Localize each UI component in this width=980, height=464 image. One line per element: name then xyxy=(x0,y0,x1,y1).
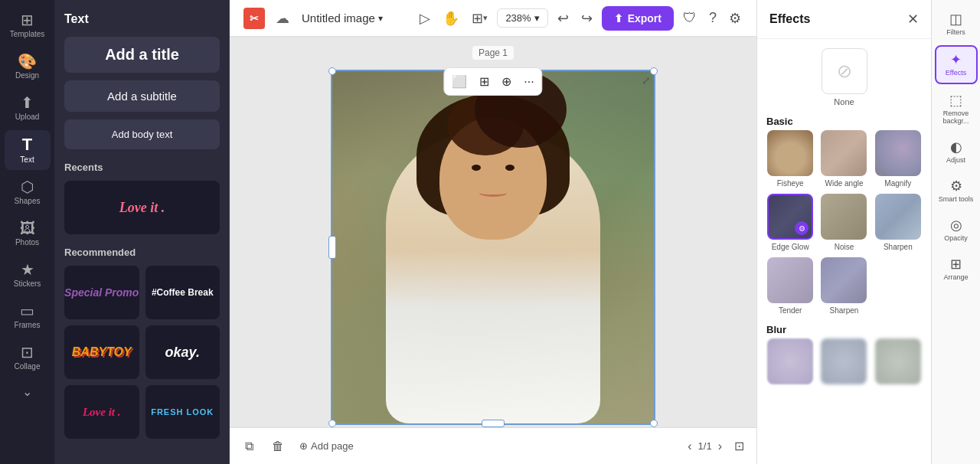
sidebar-item-shapes[interactable]: ⬡ Shapes xyxy=(5,173,51,211)
effect-blur-3[interactable] xyxy=(874,338,922,384)
right-rail: ◫ Filters ✦ Effects ⬚ Remove backgr... ◐… xyxy=(931,0,980,464)
rail-remove-bg[interactable]: ⬚ Remove backgr... xyxy=(935,87,978,131)
canvas-grid-button[interactable]: ⊞ xyxy=(475,71,494,92)
add-subtitle-button[interactable]: Add a subtitle xyxy=(64,80,220,112)
hand-tool-button[interactable]: ✋ xyxy=(439,7,462,30)
canvas-copy-button[interactable]: ⊕ xyxy=(497,71,516,92)
undo-button[interactable]: ↩ xyxy=(554,7,572,30)
redo-button[interactable]: ↪ xyxy=(578,7,596,30)
effect-sharpen2[interactable]: Sharpen xyxy=(820,257,867,315)
add-page-button[interactable]: ⊕ Add page xyxy=(299,440,354,452)
sidebar-item-label: Templates xyxy=(10,30,45,38)
effects-body: ⊘ None Basic Fisheye Wide angle Magnify xyxy=(757,39,931,394)
effects-header: Effects ✕ xyxy=(757,0,931,39)
sidebar-item-more[interactable]: ⌄ xyxy=(5,380,51,404)
rec-special-promo-text: Special Promo xyxy=(64,286,139,299)
sidebar-item-text[interactable]: T Text xyxy=(5,130,51,170)
canvas-image-wrapper[interactable]: ⤢ xyxy=(331,70,655,425)
handle-top-right[interactable] xyxy=(650,67,658,75)
effect-noise[interactable]: Noise xyxy=(820,194,867,251)
rail-effects[interactable]: ✦ Effects xyxy=(935,45,978,84)
sidebar-item-label: Photos xyxy=(15,238,39,247)
effect-sharpen[interactable]: Sharpen xyxy=(874,194,922,251)
rec-coffee-break[interactable]: #Coffee Break xyxy=(145,266,220,319)
recommended-grid: Special Promo #Coffee Break BABYTOY okay… xyxy=(64,266,220,439)
blur-label: Blur xyxy=(766,324,922,335)
effects-close-button[interactable]: ✕ xyxy=(907,12,919,26)
view-options-button[interactable]: ⊞ ▾ xyxy=(469,7,491,30)
recents-label: Recents xyxy=(64,162,220,173)
add-title-button[interactable]: Add a title xyxy=(64,37,220,73)
cursor-tool-button[interactable]: ▷ xyxy=(416,7,433,30)
sidebar-item-frames[interactable]: ▭ Frames xyxy=(5,297,51,335)
zoom-control[interactable]: 238% ▾ xyxy=(497,8,547,28)
rec-fresh-look[interactable]: FRESH LOOK xyxy=(145,385,220,439)
add-body-button[interactable]: Add body text xyxy=(64,119,220,149)
logo-button[interactable]: ✂ xyxy=(242,6,266,31)
next-page-button[interactable]: › xyxy=(718,439,722,453)
effect-blur3-thumb xyxy=(875,338,921,384)
canvas-resize-button[interactable]: ⬜ xyxy=(447,71,472,92)
sidebar-item-templates[interactable]: ⊞ Templates xyxy=(5,6,51,44)
export-button[interactable]: ⬆ Export xyxy=(602,6,674,31)
handle-bottom-left[interactable] xyxy=(328,420,336,427)
effect-blur-1[interactable] xyxy=(766,338,814,384)
effect-tender[interactable]: Tender xyxy=(766,257,814,315)
blur-section: Blur xyxy=(766,324,922,384)
canvas-more-button[interactable]: ··· xyxy=(519,72,538,92)
settings-icon[interactable]: ⚙ xyxy=(726,7,744,30)
more-icon: ⌄ xyxy=(22,386,32,398)
rail-opacity-label: Opacity xyxy=(944,234,968,242)
page-label: Page 1 xyxy=(472,46,514,60)
basic-effects-grid: Fisheye Wide angle Magnify ⚙ Edge Glow xyxy=(766,130,922,315)
filters-icon: ◫ xyxy=(949,12,962,26)
rec-love-it-2[interactable]: Love it . xyxy=(64,385,139,439)
rail-filters[interactable]: ◫ Filters xyxy=(935,6,978,42)
none-effect-item[interactable]: ⊘ None xyxy=(766,48,922,106)
sidebar-item-upload[interactable]: ⬆ Upload xyxy=(5,89,51,127)
shield-icon[interactable]: 🛡 xyxy=(680,7,700,29)
sidebar-item-collage[interactable]: ⊡ Collage xyxy=(5,338,51,377)
handle-top-left[interactable] xyxy=(328,67,336,75)
handle-bottom[interactable] xyxy=(482,420,505,427)
effect-fisheye-label: Fisheye xyxy=(777,179,804,188)
page-expand-button[interactable]: ⊡ xyxy=(734,439,744,453)
effect-fisheye[interactable]: Fisheye xyxy=(766,130,814,188)
effect-magnify[interactable]: Magnify xyxy=(874,130,922,188)
rec-special-promo[interactable]: Special Promo xyxy=(64,266,139,319)
rec-okay[interactable]: okay. xyxy=(145,325,220,379)
page-delete-button[interactable]: 🗑 xyxy=(269,436,287,456)
blur-effects-grid xyxy=(766,338,922,384)
sidebar-item-design[interactable]: 🎨 Design xyxy=(5,47,51,86)
effect-wide-angle[interactable]: Wide angle xyxy=(820,130,867,188)
rail-arrange[interactable]: ⊞ Arrange xyxy=(935,251,978,287)
sidebar-item-stickers[interactable]: ★ Stickers xyxy=(5,256,51,294)
sidebar-item-photos[interactable]: 🖼 Photos xyxy=(5,214,51,253)
page-copy-button[interactable]: ⧉ xyxy=(242,436,256,456)
rec-fresh-look-text: FRESH LOOK xyxy=(151,407,214,417)
effect-edge-glow-label: Edge Glow xyxy=(772,243,809,251)
export-label: Export xyxy=(628,12,662,25)
basic-label: Basic xyxy=(766,116,922,127)
effect-edge-glow[interactable]: ⚙ Edge Glow xyxy=(766,194,814,251)
none-effect-box: ⊘ xyxy=(822,48,867,94)
doc-title-text: Untitled image xyxy=(302,11,375,25)
effect-blur-2[interactable] xyxy=(820,338,867,384)
effect-tender-thumb xyxy=(767,257,813,303)
rec-babytoy[interactable]: BABYTOY xyxy=(64,325,139,379)
effect-tender-label: Tender xyxy=(779,306,802,315)
handle-bottom-right[interactable] xyxy=(650,420,658,427)
handle-left[interactable] xyxy=(328,236,336,259)
none-effect-label: None xyxy=(834,97,854,106)
doc-title[interactable]: Untitled image ▾ xyxy=(302,11,383,25)
recent-love-it-item[interactable]: Love it . xyxy=(64,181,220,234)
add-page-label: Add page xyxy=(311,440,354,452)
adjust-icon: ◐ xyxy=(950,140,962,154)
fullscreen-button[interactable]: ⤢ xyxy=(642,74,651,87)
prev-page-button[interactable]: ‹ xyxy=(688,439,691,453)
rail-smart-tools[interactable]: ⚙ Smart tools xyxy=(935,173,978,209)
rail-opacity[interactable]: ◎ Opacity xyxy=(935,212,978,248)
help-icon[interactable]: ? xyxy=(706,7,720,29)
rec-coffee-break-text: #Coffee Break xyxy=(152,287,214,298)
rail-adjust[interactable]: ◐ Adjust xyxy=(935,134,978,170)
